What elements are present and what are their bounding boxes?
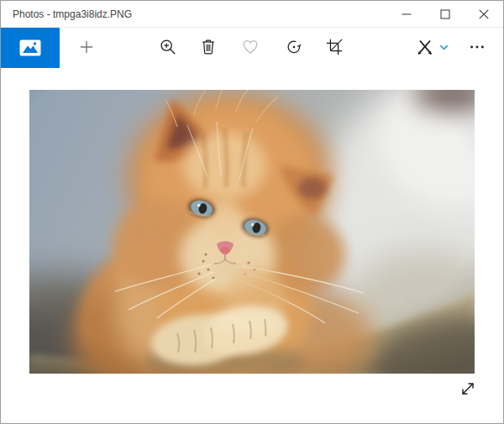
titlebar: Photos - tmpga3i8idz.PNG [1,1,503,28]
maximize-icon [440,9,450,19]
minimize-icon [402,9,412,19]
window-title: Photos - tmpga3i8idz.PNG [1,8,387,20]
delete-icon [199,38,218,56]
see-more-button[interactable] [459,29,496,65]
edit-create-icon [413,36,435,58]
window-controls [387,1,503,27]
crop-button[interactable] [316,29,353,65]
close-icon [479,9,489,19]
close-button[interactable] [465,1,503,27]
heart-icon [241,38,260,56]
add-icon [78,39,95,55]
photos-app-window: Photos - tmpga3i8idz.PNG [0,0,504,424]
add-button[interactable] [68,29,105,65]
kitten-photo-art [29,90,475,374]
viewer-canvas [1,68,503,423]
zoom-button[interactable] [150,29,186,65]
minimize-button[interactable] [387,1,426,27]
crop-icon [325,38,344,56]
edit-create-button[interactable] [406,29,456,65]
chevron-down-icon [438,42,449,53]
see-all-photos-button[interactable] [1,28,60,68]
photo-kitten[interactable] [29,90,475,374]
delete-button[interactable] [190,29,227,65]
see-more-icon [468,38,486,56]
rotate-icon [285,38,303,56]
fullscreen-button[interactable] [451,372,485,406]
photos-gallery-icon [18,38,42,58]
toolbar [1,28,503,68]
rotate-button[interactable] [276,29,312,65]
favorite-button[interactable] [232,29,269,65]
fullscreen-icon [459,380,476,397]
zoom-in-icon [159,38,177,56]
maximize-button[interactable] [426,1,465,27]
